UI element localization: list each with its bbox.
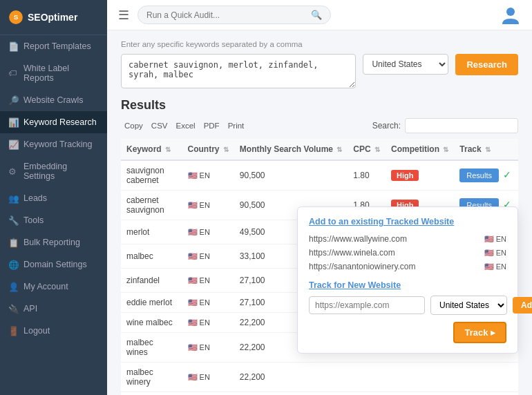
svg-text:S: S [14, 13, 19, 21]
country-cell: 🇺🇸 EN [182, 269, 234, 293]
main-content-area: Enter any specific keywords separated by… [107, 30, 532, 395]
site-country: 🇺🇸 EN [484, 262, 506, 271]
website-crawls-icon: 🔎 [8, 95, 18, 105]
toolbar-copy-button[interactable]: Copy [121, 119, 146, 132]
sidebar-item-bulk-reporting[interactable]: 📋Bulk Reporting [0, 231, 107, 253]
search-bar: 🔍 [137, 6, 331, 24]
sidebar-item-logout[interactable]: 🚪Logout [0, 320, 107, 342]
flag-badge: 🇺🇸 EN [188, 252, 210, 261]
sidebar-label-my-account: My Account [23, 282, 68, 291]
sidebar-label-leads: Leads [23, 193, 47, 203]
tracked-site-item[interactable]: https://sanantoniowinery.com🇺🇸 EN [309, 260, 506, 273]
volume-cell: 22,200 [234, 363, 348, 392]
col-keyword: Keyword ⇅ [121, 139, 182, 160]
keyword-cell: zinfandel [121, 269, 182, 293]
sidebar-item-keyword-research[interactable]: 📊Keyword Research [0, 111, 107, 133]
add-button[interactable]: Add [513, 297, 532, 314]
embedding-settings-icon: ⚙ [8, 166, 18, 176]
site-url: https://www.winela.com [309, 248, 395, 258]
table-row: sauvignon cabernet🇺🇸 EN90,5001.80HighRes… [121, 160, 518, 191]
keyword-textarea[interactable]: cabernet sauvignon, merlot, zinfandel, s… [121, 54, 356, 88]
keyword-cell: merlot [121, 220, 182, 244]
sort-icon[interactable]: ⇅ [336, 146, 342, 153]
sidebar-item-report-templates[interactable]: 📄Report Templates [0, 35, 107, 57]
sidebar-logo-text: SEOptimer [28, 12, 77, 23]
white-label-reports-icon: 🏷 [8, 68, 18, 78]
col-competition: Competition ⇅ [386, 139, 454, 160]
sidebar-label-bulk-reporting: Bulk Reporting [23, 238, 80, 247]
sidebar-item-leads[interactable]: 👥Leads [0, 187, 107, 209]
sidebar-item-white-label-reports[interactable]: 🏷White Label Reports [0, 57, 107, 89]
sidebar-item-tools[interactable]: 🔧Tools [0, 209, 107, 231]
country-select[interactable]: United States United Kingdom Australia [363, 54, 448, 75]
table-search-input[interactable] [405, 118, 518, 133]
sidebar-item-keyword-tracking[interactable]: 📈Keyword Tracking [0, 133, 107, 155]
competition-cell: High [386, 160, 454, 191]
sidebar-label-api: API [23, 304, 37, 314]
results-button[interactable]: Results [459, 168, 499, 182]
toolbar-print-button[interactable]: Print [225, 119, 248, 132]
new-website-title[interactable]: Track for New Website [309, 280, 506, 290]
track-bottom: Track ▸ [309, 322, 506, 343]
sidebar-label-keyword-tracking: Keyword Tracking [23, 139, 92, 149]
sort-icon[interactable]: ⇅ [165, 146, 171, 153]
competition-badge: High [391, 170, 419, 181]
sidebar-item-website-crawls[interactable]: 🔎Website Crawls [0, 89, 107, 111]
leads-icon: 👥 [8, 193, 18, 203]
keyword-cell: eddie merlot [121, 293, 182, 313]
sidebar-item-domain-settings[interactable]: 🌐Domain Settings [0, 253, 107, 276]
table-search: Search: [372, 118, 518, 133]
sidebar-label-tools: Tools [23, 215, 44, 225]
sort-icon[interactable]: ⇅ [223, 146, 229, 153]
site-url: https://sanantoniowinery.com [309, 262, 416, 271]
volume-cell: 22,200 [234, 392, 348, 396]
new-website-input[interactable] [309, 296, 425, 314]
sidebar-label-white-label-reports: White Label Reports [23, 64, 99, 83]
sidebar: S SEOptimer 📄Report Templates🏷White Labe… [0, 0, 107, 395]
my-account-icon: 👤 [8, 282, 18, 291]
keyword-cell: white zinfandel [121, 392, 182, 396]
site-country: 🇺🇸 EN [484, 249, 506, 258]
table-toolbar: CopyCSVExcelPDFPrint Search: [121, 118, 518, 133]
country-cell: 🇺🇸 EN [182, 191, 234, 220]
sidebar-label-logout: Logout [23, 326, 50, 336]
sidebar-label-report-templates: Report Templates [23, 41, 91, 51]
hamburger-icon[interactable]: ☰ [118, 8, 129, 23]
flag-badge: 🇺🇸 EN [188, 318, 210, 327]
results-title: Results [121, 98, 518, 113]
add-existing-title[interactable]: Add to an existing Tracked Website [309, 217, 506, 227]
track-cell [454, 392, 518, 396]
toolbar-csv-button[interactable]: CSV [148, 119, 171, 132]
track-button[interactable]: Track ▸ [453, 322, 506, 343]
keyword-cell: malbec [121, 244, 182, 269]
api-icon: 🔌 [8, 304, 18, 314]
keyword-cell: sauvignon cabernet [121, 160, 182, 191]
tools-icon: 🔧 [8, 215, 18, 225]
country-cell: 🇺🇸 EN [182, 313, 234, 333]
keyword-research-icon: 📊 [8, 117, 18, 127]
country-cell: 🇺🇸 EN [182, 363, 234, 392]
new-country-select[interactable]: United States [430, 296, 507, 315]
sidebar-item-api[interactable]: 🔌API [0, 298, 107, 320]
keyword-tracking-icon: 📈 [8, 139, 18, 149]
quick-audit-input[interactable] [146, 10, 307, 20]
sidebar-item-embedding-settings[interactable]: ⚙Embedding Settings [0, 155, 107, 187]
toolbar-pdf-button[interactable]: PDF [200, 119, 223, 132]
sort-icon[interactable]: ⇅ [374, 146, 380, 153]
sidebar-item-my-account[interactable]: 👤My Account [0, 276, 107, 298]
sort-icon[interactable]: ⇅ [485, 146, 491, 153]
research-button[interactable]: Research [455, 54, 518, 75]
tracked-site-item[interactable]: https://www.winela.com🇺🇸 EN [309, 246, 506, 260]
site-url: https://www.wallywine.com [309, 234, 407, 244]
volume-cell: 90,500 [234, 160, 348, 191]
country-cell: 🇺🇸 EN [182, 244, 234, 269]
sort-icon[interactable]: ⇅ [443, 146, 448, 153]
cpc-cell: 1.80 [348, 160, 386, 191]
toolbar-excel-button[interactable]: Excel [173, 119, 199, 132]
keyword-cell: malbec wines [121, 333, 182, 363]
tracked-site-item[interactable]: https://www.wallywine.com🇺🇸 EN [309, 232, 506, 246]
cpc-cell [348, 392, 386, 396]
avatar-icon[interactable] [500, 5, 521, 26]
keyword-input-label: Enter any specific keywords separated by… [121, 40, 518, 48]
country-cell: 🇺🇸 EN [182, 333, 234, 363]
